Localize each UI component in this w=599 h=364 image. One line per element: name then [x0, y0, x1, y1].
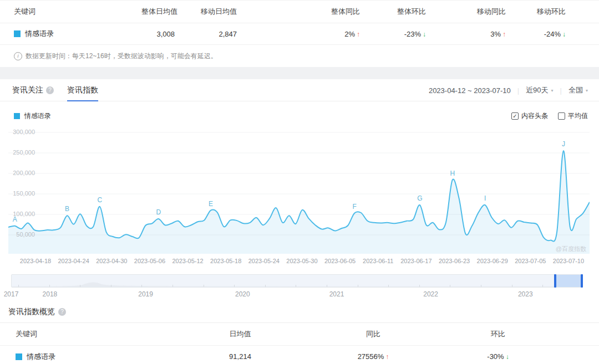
overview-column-header: 同比 — [282, 329, 465, 339]
checkbox-content-headline[interactable]: ✓内容头条 — [511, 111, 548, 121]
timeline-slider[interactable] — [11, 274, 581, 288]
timeline-tick — [111, 285, 111, 287]
timeline-year-2020: 2020 — [235, 290, 250, 298]
chart-legend: 情感语录 — [14, 111, 51, 121]
stats-value-cell: 2,847 — [175, 30, 237, 38]
x-axis-label: 2023-04-30 — [96, 258, 127, 264]
x-axis-label: 2023-04-18 — [20, 258, 51, 264]
x-axis-labels: 2023-04-182023-04-242023-04-302023-05-06… — [0, 258, 599, 265]
stats-column-header: 整体环比 — [360, 7, 426, 17]
timeline-tick — [450, 285, 450, 287]
y-axis-label: 250,000 — [9, 149, 35, 156]
trend-value: -23% — [404, 30, 421, 38]
tab-label: 资讯指数 — [67, 85, 98, 95]
overview-avg-cell: 91,214 — [199, 352, 282, 361]
help-icon[interactable]: ? — [58, 308, 66, 316]
trend-value: 2% — [344, 30, 355, 38]
timeline-tick — [481, 285, 481, 287]
keyword-stats-section: 关键词整体日均值移动日均值整体同比整体环比移动同比移动环比 情感语录3,0082… — [0, 0, 599, 67]
checkbox-label: 平均值 — [568, 111, 588, 121]
period-dropdown-label: 近90天 — [526, 85, 548, 95]
x-axis-label: 2023-06-11 — [363, 258, 393, 264]
timeline-tick — [18, 285, 19, 287]
stats-column-header: 整体同比 — [237, 7, 360, 17]
x-axis-label: 2023-06-17 — [400, 258, 432, 264]
stats-keyword-cell: 情感语录 — [14, 29, 141, 39]
trend-value: -30% — [487, 352, 504, 361]
timeline-tick — [358, 285, 358, 287]
x-axis-label: 2023-07-05 — [515, 258, 546, 264]
x-axis-label: 2023-05-06 — [134, 258, 165, 264]
trend-value: 27556% — [358, 352, 384, 361]
stats-trend-cell: -24%↓ — [506, 30, 566, 38]
x-axis-label: 2023-04-24 — [58, 258, 89, 264]
timeline-handle-right[interactable] — [581, 274, 583, 288]
section-divider-band — [0, 67, 599, 79]
stats-table-row: 情感语录3,0082,8472%↑-23%↓3%↑-24%↓ — [0, 23, 599, 45]
help-icon[interactable]: ? — [46, 86, 54, 94]
keyword-color-swatch — [16, 353, 22, 360]
x-axis-label: 2023-05-12 — [172, 258, 203, 264]
tab-label: 资讯关注 — [12, 85, 43, 95]
timeline-handle-left[interactable] — [554, 274, 556, 288]
date-range[interactable]: 2023-04-12 ~ 2023-07-10 — [429, 86, 511, 95]
timeline-year-2023: 2023 — [518, 290, 533, 298]
chart-filters: 2023-04-12 ~ 2023-07-10 | 近90天 ▾ | 全国 ▾ — [429, 85, 588, 95]
peak-label-I: I — [484, 194, 486, 202]
line-chart-svg — [8, 127, 590, 255]
timeline-tick — [419, 285, 420, 287]
stats-value-cell: 3,008 — [141, 30, 175, 38]
overview-table-row: 情感语录91,21427556%↑-30%↓ — [0, 346, 599, 364]
stats-column-header: 关键词 — [14, 7, 141, 17]
checkbox-unchecked-icon — [558, 112, 565, 120]
timeline-tick — [49, 285, 50, 287]
x-axis-label: 2023-06-23 — [439, 258, 470, 264]
peak-label-F: F — [352, 203, 356, 211]
timeline-tick — [388, 285, 389, 287]
stats-table-header: 关键词整体日均值移动日均值整体同比整体环比移动同比移动环比 — [0, 1, 599, 23]
x-axis-label: 2023-05-30 — [286, 258, 317, 264]
x-axis-label: 2023-06-05 — [324, 258, 356, 264]
overview-title-row: 资讯指数概览 ? — [0, 300, 599, 322]
timeline-tick — [265, 285, 266, 287]
arrow-up-icon: ↑ — [385, 353, 389, 361]
x-axis-label: 2023-05-24 — [248, 258, 280, 264]
period-dropdown[interactable]: 近90天 ▾ — [526, 85, 553, 95]
x-axis-label: 2023-06-29 — [477, 258, 508, 264]
stats-column-header: 整体日均值 — [141, 7, 175, 17]
timeline-tick — [512, 285, 512, 287]
overview-keyword-cell: 情感语录 — [16, 352, 199, 362]
overview-column-header: 环比 — [465, 329, 531, 339]
chart-checkboxes: ✓内容头条平均值 — [511, 111, 588, 121]
timeline-tick — [80, 285, 80, 287]
overview-column-header: 日均值 — [199, 329, 282, 339]
tab-news-attention[interactable]: 资讯关注? — [12, 79, 54, 101]
timeline-year-2018: 2018 — [43, 290, 58, 298]
keyword-label: 情感语录 — [25, 29, 54, 39]
overview-table-header: 关键词日均值同比环比 — [0, 322, 599, 346]
y-axis-label: 300,000 — [9, 129, 35, 135]
filter-separator: | — [517, 86, 519, 95]
checkbox-average[interactable]: 平均值 — [558, 111, 588, 121]
update-note: i 数据更新时间：每天12~16时，受数据波动影响，可能会有延迟。 — [0, 45, 599, 67]
peak-label-C: C — [98, 196, 103, 204]
stats-trend-cell: 3%↑ — [426, 30, 506, 38]
tab-news-index[interactable]: 资讯指数 — [67, 79, 98, 101]
x-axis-label: 2023-05-18 — [210, 258, 241, 264]
overview-yoy-cell: 27556%↑ — [282, 352, 465, 361]
y-axis-label: 50,000 — [9, 231, 35, 238]
region-dropdown[interactable]: 全国 ▾ — [568, 85, 588, 95]
peak-label-D: D — [156, 208, 161, 216]
timeline-selection[interactable] — [556, 275, 581, 287]
stats-trend-cell: 2%↑ — [237, 30, 360, 38]
timeline-tick — [542, 285, 543, 287]
checkbox-checked-icon: ✓ — [511, 112, 519, 120]
line-chart-plot: @百度指数 300,000250,000200,000150,000100,00… — [8, 127, 590, 255]
chevron-down-icon: ▾ — [586, 88, 588, 93]
peak-label-G: G — [417, 194, 422, 202]
trend-value: 3% — [490, 30, 501, 38]
timeline-tick — [204, 285, 204, 287]
trend-value: -24% — [544, 30, 561, 38]
timeline-tick — [327, 285, 327, 287]
keyword-label: 情感语录 — [27, 352, 55, 362]
